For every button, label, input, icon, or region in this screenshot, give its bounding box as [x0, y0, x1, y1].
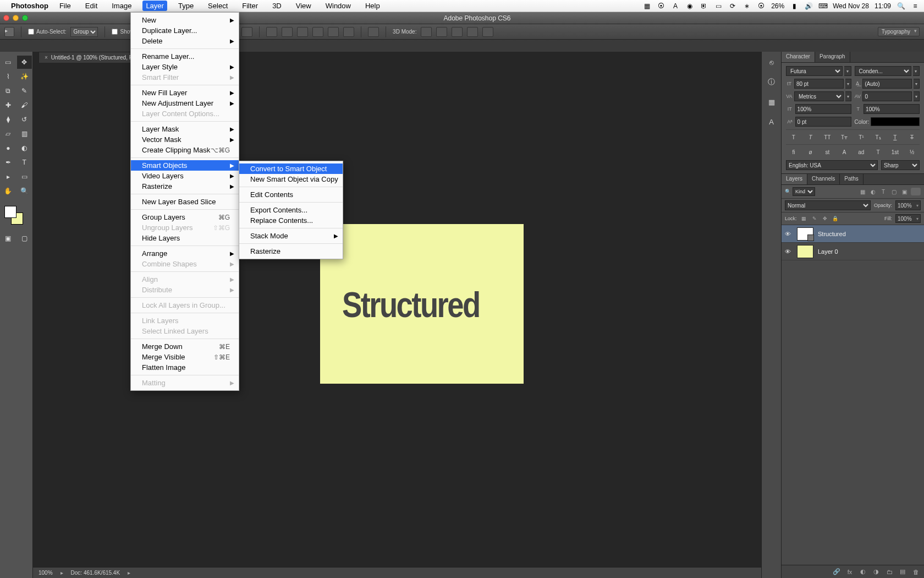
lock-all-icon[interactable]: 🔒: [832, 215, 839, 222]
menu-item[interactable]: Edit Contents: [239, 189, 343, 200]
font-style-select[interactable]: Conden...: [855, 66, 911, 76]
battery-icon[interactable]: ▮: [790, 2, 799, 10]
menubar-icon[interactable]: ⦿: [657, 2, 666, 10]
filter-smart-icon[interactable]: ▣: [900, 188, 908, 195]
menu-item[interactable]: Smart Objects▶: [131, 160, 239, 171]
kerning-select[interactable]: Metrics: [794, 91, 844, 101]
dock-icon[interactable]: ▦: [766, 96, 778, 108]
group-icon[interactable]: 🗀: [886, 568, 893, 576]
menu-help[interactable]: Help: [362, 1, 383, 11]
menu-item[interactable]: Video Layers▶: [131, 171, 239, 181]
battery-percent[interactable]: 26%: [771, 2, 784, 10]
blend-mode-select[interactable]: Normal: [785, 200, 871, 210]
align-icon[interactable]: [241, 27, 252, 37]
subscript-button[interactable]: T₁: [871, 132, 886, 142]
ot-button[interactable]: ½: [904, 147, 920, 157]
3d-icon[interactable]: [452, 27, 463, 37]
bluetooth-icon[interactable]: ∗: [743, 2, 751, 10]
wifi-icon[interactable]: ⦿: [757, 2, 766, 10]
distribute-icon[interactable]: [297, 27, 308, 37]
menu-item[interactable]: New Adjustment Layer▶: [131, 98, 239, 108]
layer-row[interactable]: 👁Structured: [782, 225, 924, 243]
marquee-tool[interactable]: ▭: [1, 56, 16, 69]
tab-character[interactable]: Character: [782, 52, 815, 62]
dodge-tool[interactable]: ◐: [17, 141, 32, 155]
docinfo-menu-icon[interactable]: ▸: [128, 570, 130, 576]
menu-item[interactable]: New▶: [131, 15, 239, 25]
menu-view[interactable]: View: [293, 1, 315, 11]
notifications-icon[interactable]: ≡: [911, 2, 920, 10]
menu-item[interactable]: Convert to Smart Object: [239, 163, 343, 174]
hand-tool[interactable]: ✋: [1, 184, 16, 198]
layer-thumbnail[interactable]: [797, 245, 813, 258]
dropdown-icon[interactable]: ▾: [913, 66, 920, 76]
menu-item[interactable]: Group Layers⌘G: [131, 212, 239, 222]
zoom-stepper-icon[interactable]: ▸: [61, 570, 63, 576]
layer-thumbnail[interactable]: [797, 227, 813, 241]
layer-name[interactable]: Structured: [818, 231, 846, 237]
baseline-input[interactable]: [795, 117, 851, 127]
ot-button[interactable]: A: [837, 147, 852, 157]
language-select[interactable]: English: USA: [786, 160, 878, 170]
blur-tool[interactable]: ●: [1, 141, 16, 155]
ot-button[interactable]: T: [871, 147, 886, 157]
fx-icon[interactable]: fx: [846, 568, 854, 576]
move-tool-icon[interactable]: ▸: [4, 27, 14, 37]
filter-toggle[interactable]: [911, 188, 921, 195]
menu-select[interactable]: Select: [205, 1, 231, 11]
menu-item[interactable]: Stack Mode▶: [239, 231, 343, 241]
workspace-switcher[interactable]: Typography: [878, 27, 920, 36]
filter-pixel-icon[interactable]: ▦: [859, 188, 866, 195]
menubar-time[interactable]: 11:09: [875, 2, 891, 10]
screenmode-button[interactable]: ▢: [17, 232, 32, 245]
adjust-icon[interactable]: ◑: [872, 568, 880, 576]
tab-paths[interactable]: Paths: [840, 174, 864, 184]
filter-type-icon[interactable]: T: [879, 188, 887, 195]
menu-filter[interactable]: Filter: [239, 1, 261, 11]
menu-item[interactable]: Merge Down⌘E: [131, 341, 239, 352]
menu-item[interactable]: Hide Layers: [131, 233, 239, 243]
keyboard-icon[interactable]: ⌨: [818, 2, 827, 10]
app-name[interactable]: Photoshop: [11, 2, 48, 10]
distribute-icon[interactable]: [328, 27, 339, 37]
canvas[interactable]: Structured: [320, 224, 524, 384]
opacity-value[interactable]: 100%: [895, 200, 921, 210]
gradient-tool[interactable]: ▥: [17, 127, 32, 140]
move-tool[interactable]: ✥: [17, 56, 32, 69]
auto-select-group[interactable]: Group: [70, 27, 98, 37]
dock-icon[interactable]: ⓘ: [766, 76, 778, 88]
strike-button[interactable]: T: [904, 132, 920, 142]
lasso-tool[interactable]: ⌇: [1, 70, 16, 83]
dropdown-icon[interactable]: ▾: [845, 79, 851, 89]
visibility-eye-icon[interactable]: 👁: [785, 248, 793, 255]
menu-type[interactable]: Type: [175, 1, 197, 11]
foreground-color-swatch[interactable]: [4, 206, 16, 218]
history-brush-tool[interactable]: ↺: [17, 113, 32, 126]
eyedropper-tool[interactable]: ✎: [17, 84, 32, 97]
tab-paragraph[interactable]: Paragraph: [815, 52, 850, 62]
lock-pixels-icon[interactable]: ✎: [811, 215, 818, 222]
ot-button[interactable]: fi: [786, 147, 801, 157]
dock-icon[interactable]: A: [766, 116, 778, 128]
healing-tool[interactable]: ✚: [1, 99, 16, 112]
menu-file[interactable]: File: [56, 1, 74, 11]
text-color-swatch[interactable]: [871, 117, 920, 126]
3d-icon[interactable]: [467, 27, 478, 37]
shape-tool[interactable]: ▭: [17, 170, 32, 183]
minimize-window-button[interactable]: [13, 15, 19, 21]
menu-item[interactable]: Rasterize▶: [131, 181, 239, 192]
pen-tool[interactable]: ✒: [1, 156, 16, 169]
menu-item[interactable]: Flatten Image: [131, 362, 239, 373]
ot-button[interactable]: ad: [854, 147, 869, 157]
auto-align-icon[interactable]: [368, 27, 379, 37]
menu-item[interactable]: Merge Visible⇧⌘E: [131, 352, 239, 362]
menu-edit[interactable]: Edit: [82, 1, 101, 11]
ot-button[interactable]: ø: [803, 147, 818, 157]
lock-position-icon[interactable]: ✥: [821, 215, 829, 222]
italic-button[interactable]: T: [803, 132, 818, 142]
3d-icon[interactable]: [421, 27, 432, 37]
lock-transparency-icon[interactable]: ▦: [800, 215, 808, 222]
underline-button[interactable]: T: [888, 132, 903, 142]
distribute-icon[interactable]: [282, 27, 293, 37]
visibility-eye-icon[interactable]: 👁: [785, 231, 793, 237]
